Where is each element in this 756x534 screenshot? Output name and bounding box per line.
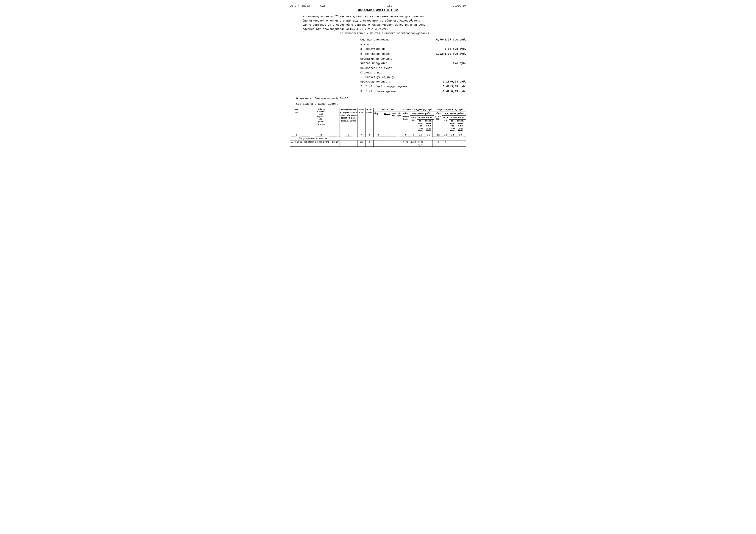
row-uc-tot: 0,97 bbox=[410, 140, 417, 147]
row-uc-sp bbox=[433, 140, 434, 147]
col-tc-equip: обо-рудо-ван. bbox=[434, 112, 442, 133]
cost-1: производительности 1,18/0,68 руб. bbox=[360, 80, 466, 84]
doc-date-code: 19/08-04 bbox=[453, 4, 466, 8]
basis-line2: Составлена в ценах 1969г. bbox=[296, 102, 466, 106]
col-uc-incl: в том числе bbox=[417, 115, 434, 119]
row-uc-mach: - bbox=[424, 140, 433, 147]
row-mass-br: - bbox=[374, 140, 383, 147]
row-name: Пакетный выключатель ПВЗ-IO bbox=[303, 140, 339, 147]
doc-code: 90 2-4-8М.83 bbox=[290, 4, 310, 8]
row-qty: 7 bbox=[366, 140, 374, 147]
main-info-section: Сметная стоимость 4,76/4,77 тыс.руб. в т… bbox=[290, 38, 466, 94]
table-row: I. 8-5966 Пакетный выключатель ПВЗ-IO шт… bbox=[290, 140, 466, 147]
cost-info: Сметная стоимость 4,76/4,77 тыс.руб. в т… bbox=[360, 38, 466, 94]
row-tc-mach bbox=[456, 140, 465, 147]
col-uc-total: все-го bbox=[410, 115, 417, 133]
cost-raschet-label: I. Расчётную единицу bbox=[360, 75, 466, 80]
cost-a: а) оборудования 2,84 тыс.руб. bbox=[360, 47, 466, 51]
col-mass-netto: нетто bbox=[383, 112, 391, 133]
basis-line1: Основание: Спецификация № ВМ-СО bbox=[296, 96, 466, 101]
section-title: Оборудование и монтаж bbox=[290, 137, 466, 140]
col-header-unit: Един.изм. bbox=[358, 108, 366, 133]
col-uc-mount: монтажных работ bbox=[410, 112, 434, 115]
table-section-label: Оборудование и монтаж bbox=[290, 137, 466, 140]
row-name2 bbox=[339, 140, 358, 147]
col-tc-total: все-го bbox=[442, 115, 449, 133]
cost-smet: Сметная стоимость 4,76/4,77 тыс.руб. bbox=[360, 38, 466, 42]
col-tc-mach: экспл.машинв т.чзар-плата bbox=[456, 119, 465, 133]
col-tc-incl: в том числе bbox=[449, 115, 466, 119]
col-tc-mount: монтажных работ bbox=[442, 112, 466, 115]
cost-2: 2. I м2 общей площади здания 3,48/3,49 р… bbox=[360, 85, 466, 89]
col-header-code: Шифр и№ пози-цийдорожн.УСН,ценни-ка и др… bbox=[303, 108, 339, 133]
col-header-qty: К-воедин. bbox=[366, 108, 374, 133]
col-uc-osnov: ос-нов-наязар-плата bbox=[417, 119, 424, 133]
row-uc-io: 0,02 0,01 bbox=[417, 140, 424, 147]
estimate-table: №№пп Шифр и№ пози-цийдорожн.УСН,ценни-ка… bbox=[290, 108, 466, 147]
row-mass-un: - bbox=[391, 140, 402, 147]
cost-3: 3. I м3 объема здания 0,42/0,43 руб. bbox=[360, 89, 466, 94]
cost-norm-label: Нормативная условно bbox=[360, 57, 466, 62]
col-uc-mach: экспл.машинв т.чзар-плата bbox=[424, 119, 433, 133]
col-tc-spare bbox=[465, 119, 466, 133]
col-header-mass: Масса, тн bbox=[374, 108, 402, 112]
col-tc-osnov: ос-нов-наязар-плата bbox=[449, 119, 456, 133]
page-header: 90 2-4-8М.83 (Х.2) 168 19/08-04 bbox=[290, 4, 466, 8]
page-number: 168 bbox=[387, 4, 392, 8]
col-header-name: Наименованиеи характерис-тика оборудо-ва… bbox=[339, 108, 358, 133]
row-mass-ne: - bbox=[383, 140, 391, 147]
cost-vt-label: в т.ч. bbox=[360, 42, 466, 47]
row-tc-tot: 2 bbox=[442, 140, 449, 147]
document-title: Локальная смета № I-I2 bbox=[290, 9, 466, 12]
col-uc-equip: обо-рудо-ван. bbox=[402, 112, 410, 133]
cost-stoimost-label: Стоимость на: bbox=[360, 71, 466, 75]
cost-b: б) монтажных работ 1,92/1,93 тыс.руб. bbox=[360, 52, 466, 57]
intro-paragraph: К типовому проекту "Установка доочистки … bbox=[303, 14, 466, 36]
col-header-num: №№пп bbox=[290, 108, 303, 133]
row-tc-sp bbox=[465, 140, 466, 147]
row-unit: шт bbox=[358, 140, 366, 147]
col-mass-unit: един.об-изм. щая bbox=[391, 112, 402, 133]
row-num: I. 8-5966 bbox=[290, 140, 303, 147]
basis-section: Основание: Спецификация № ВМ-СО Составле… bbox=[290, 96, 466, 106]
col-uc-spare bbox=[433, 119, 434, 133]
col-mass-brutto: брутто bbox=[374, 112, 383, 133]
col-numbers-row: I 2 3 4 5 6 7 8 9 IO II I2 I3 I4 I5 bbox=[290, 133, 466, 137]
cost-pokaz-label: Показатели по смете bbox=[360, 66, 466, 71]
col-header-total-cost: Общая стоимость, руб. bbox=[434, 108, 466, 112]
row-tc-eq: 5 bbox=[434, 140, 442, 147]
col-header-unit-cost: Стоимость единицы, руб. bbox=[402, 108, 434, 112]
doc-variant: (Х.2) bbox=[318, 4, 327, 8]
table-header-row: №№пп Шифр и№ пози-цийдорожн.УСН,ценни-ка… bbox=[290, 108, 466, 112]
doc-number-left: 90 2-4-8М.83 (Х.2) bbox=[290, 4, 327, 8]
cost-chistaya: чистая продукция тыс.руб. bbox=[360, 61, 466, 66]
row-tc-osnov: - bbox=[449, 140, 456, 147]
row-uc-eq: 2,68 bbox=[402, 140, 410, 147]
